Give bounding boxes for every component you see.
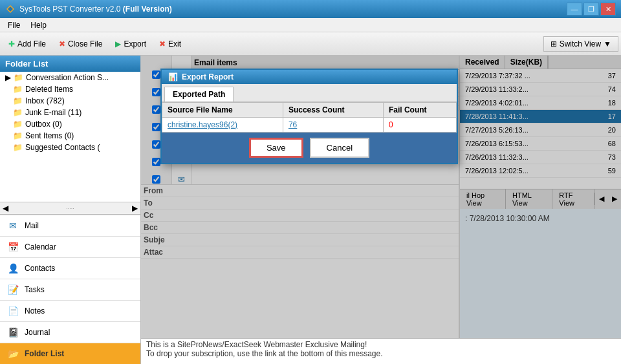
modal-content: Source File Name Success Count Fail Coun… [162, 102, 457, 133]
close-file-button[interactable]: ✖ Close File [53, 35, 108, 53]
folder-name: Inbox (782) [25, 96, 65, 105]
export-icon: ▶ [115, 39, 121, 48]
close-button[interactable]: ✕ [600, 3, 616, 16]
modal-tab-exported-path[interactable]: Exported Path [164, 87, 234, 102]
nav-folder-list[interactable]: 📂 Folder List [0, 343, 140, 364]
content-area: ✉ ✉ ✉ ✉ ✉ ✉ ✉ Email items No [141, 56, 621, 364]
switch-view-button[interactable]: ⊞ Switch View ▼ [543, 36, 618, 52]
export-report-modal: 📊 Export Report Exported Path Source Fil… [160, 69, 458, 164]
modal-title: Export Report [182, 72, 234, 81]
folder-icon: 📁 [13, 131, 23, 140]
folder-icon: 📁 [14, 73, 23, 82]
calendar-icon: 📅 [6, 241, 19, 253]
col-fail-count: Fail Count [383, 103, 456, 118]
modal-tabs: Exported Path [162, 84, 457, 102]
fail-count-cell: 0 [383, 118, 456, 133]
folder-list-header: Folder List [0, 56, 140, 72]
journal-icon: 📓 [6, 326, 19, 339]
export-table: Source File Name Success Count Fail Coun… [162, 102, 457, 133]
source-file-name-cell[interactable]: christine.hayes96(2) [162, 118, 283, 133]
menu-help[interactable]: Help [25, 19, 52, 31]
folder-icon: 📁 [13, 120, 23, 129]
scroll-left-icon[interactable]: ◀ [3, 204, 8, 213]
cancel-button[interactable]: Cancel [310, 138, 369, 158]
contacts-icon: 👤 [6, 262, 19, 275]
scroll-right-icon[interactable]: ▶ [132, 204, 138, 213]
modal-footer: Save Cancel [162, 133, 457, 163]
folder-name: Sent Items (0) [25, 131, 74, 140]
mail-icon: ✉ [6, 219, 19, 232]
notes-icon: 📄 [6, 305, 19, 317]
close-file-icon: ✖ [59, 39, 65, 48]
switch-view-icon: ⊞ [550, 39, 557, 48]
exit-icon: ✖ [159, 39, 166, 48]
success-count-cell[interactable]: 76 [283, 118, 383, 133]
col-success-count: Success Count [283, 103, 383, 118]
window-title: SysTools PST Converter v2.0 (Full Versio… [19, 5, 172, 14]
minimize-button[interactable]: — [567, 3, 582, 16]
folder-name: Deleted Items [25, 85, 73, 94]
folder-item-sent[interactable]: 📁 Sent Items (0) [0, 130, 140, 142]
status-bar: This is a SiteProNews/ExactSeek Webmaste… [141, 338, 621, 364]
folder-item-inbox[interactable]: 📁 Inbox (782) [0, 95, 140, 107]
col-source-file-name: Source File Name [162, 103, 283, 118]
folder-name: Conversation Action S... [26, 73, 109, 82]
nav-calendar[interactable]: 📅 Calendar [0, 236, 140, 257]
switch-view-chevron-icon: ▼ [604, 39, 611, 48]
folder-icon: 📁 [13, 143, 23, 152]
modal-overlay: 📊 Export Report Exported Path Source Fil… [141, 56, 621, 338]
folder-item-conversation[interactable]: ▶ 📁 Conversation Action S... [0, 72, 140, 83]
restore-button[interactable]: ❐ [583, 3, 599, 16]
folder-item-junk[interactable]: 📁 Junk E-mail (11) [0, 107, 140, 118]
modal-report-icon: 📊 [168, 72, 178, 81]
folder-list-icon: 📂 [6, 347, 19, 360]
menu-file[interactable]: File [3, 19, 25, 31]
app-icon [5, 4, 16, 14]
add-file-icon: ✚ [8, 39, 15, 48]
expand-icon: ▶ [5, 73, 11, 82]
folder-icon: 📁 [13, 85, 23, 94]
nav-buttons: ✉ Mail 📅 Calendar 👤 Contacts 📝 Tasks 📄 N… [0, 214, 140, 364]
menu-bar: File Help [0, 18, 621, 32]
folder-icon: 📁 [13, 108, 23, 117]
save-button[interactable]: Save [249, 138, 303, 158]
nav-contacts[interactable]: 👤 Contacts [0, 257, 140, 279]
folder-item-outbox[interactable]: 📁 Outbox (0) [0, 118, 140, 130]
export-button[interactable]: ▶ Export [109, 35, 152, 53]
exit-button[interactable]: ✖ Exit [153, 35, 187, 53]
sidebar: Folder List ▶ 📁 Conversation Action S...… [0, 56, 141, 364]
tasks-icon: 📝 [6, 283, 19, 296]
nav-notes[interactable]: 📄 Notes [0, 300, 140, 321]
toolbar: ✚ Add File ✖ Close File ▶ Export ✖ Exit … [0, 32, 621, 56]
folder-item-deleted[interactable]: 📁 Deleted Items [0, 83, 140, 95]
folder-tree: ▶ 📁 Conversation Action S... 📁 Deleted I… [0, 72, 140, 202]
nav-journal[interactable]: 📓 Journal [0, 321, 140, 343]
table-row: christine.hayes96(2) 76 0 [162, 118, 457, 133]
folder-icon: 📁 [13, 96, 23, 105]
scroll-indicator: ····· [8, 205, 132, 211]
folder-name: Suggested Contacts ( [25, 143, 100, 152]
folder-name: Outbox (0) [25, 120, 62, 129]
nav-tasks[interactable]: 📝 Tasks [0, 279, 140, 300]
title-bar: SysTools PST Converter v2.0 (Full Versio… [0, 0, 621, 18]
add-file-button[interactable]: ✚ Add File [3, 35, 52, 53]
folder-name: Junk E-mail (11) [25, 108, 82, 117]
modal-titlebar: 📊 Export Report [162, 70, 457, 84]
folder-item-suggested[interactable]: 📁 Suggested Contacts ( [0, 142, 140, 153]
nav-mail[interactable]: ✉ Mail [0, 215, 140, 236]
